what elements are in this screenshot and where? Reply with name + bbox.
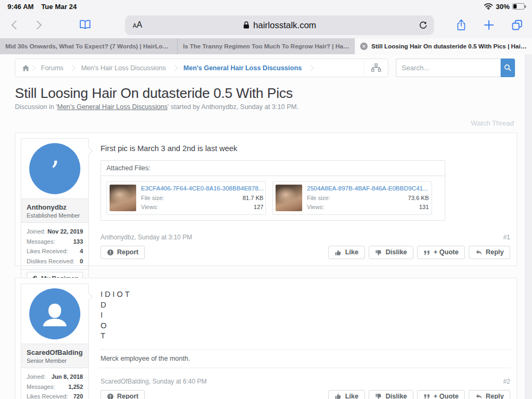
report-button[interactable]: Report bbox=[101, 390, 145, 399]
post-1-user-title: Established Member bbox=[27, 212, 83, 219]
address-bar[interactable]: AA hairlosstalk.com bbox=[125, 15, 434, 35]
reply-button[interactable]: Reply bbox=[469, 246, 510, 259]
quote-button[interactable]: + Quote bbox=[417, 246, 465, 259]
reply-arrow-icon bbox=[475, 393, 483, 399]
post-1-user-panel: ’ Anthonydbz Established Member Joined:N… bbox=[21, 138, 89, 292]
post-1-message: First pic is March 3 and 2nd is last wee… bbox=[101, 144, 510, 153]
battery-percent: 30% bbox=[496, 3, 510, 11]
avatar-apostrophe-glyph: ’ bbox=[50, 167, 59, 178]
reload-icon[interactable] bbox=[419, 21, 428, 30]
attachment-2-filename[interactable]: 2504A8EA-897B-4BAF-846A-E0BBD9C41... bbox=[307, 185, 429, 192]
joined-value: Nov 22, 2019 bbox=[47, 227, 83, 237]
post-2-username[interactable]: ScaredOfBalding bbox=[27, 348, 83, 356]
default-user-icon bbox=[38, 297, 71, 330]
breadcrumb-mens-hair-loss[interactable]: Men's Hair Loss Discussions bbox=[74, 64, 172, 72]
report-icon bbox=[107, 393, 114, 399]
attachment-1-thumbnail[interactable] bbox=[110, 185, 136, 211]
like-button[interactable]: Like bbox=[328, 390, 365, 399]
new-tab-icon[interactable] bbox=[483, 19, 495, 31]
post-1-number[interactable]: #1 bbox=[503, 234, 510, 241]
quote-icon bbox=[423, 250, 430, 256]
likes-value: 4 bbox=[80, 246, 83, 256]
post-2-user-panel: ScaredOfBalding Senior Member Joined:Jun… bbox=[21, 284, 89, 399]
quote-icon bbox=[423, 393, 430, 399]
thumbs-up-icon bbox=[335, 393, 342, 399]
attached-files-label: Attached Files: bbox=[101, 161, 445, 176]
post-2-number[interactable]: #2 bbox=[503, 378, 510, 385]
close-tab-icon[interactable] bbox=[360, 43, 368, 50]
post-2: ScaredOfBalding Senior Member Joined:Jun… bbox=[15, 278, 517, 399]
search-input[interactable] bbox=[396, 59, 501, 77]
thumbs-down-icon bbox=[375, 393, 383, 399]
quote-button[interactable]: + Quote bbox=[417, 390, 465, 399]
tab-mid-30s-onwards[interactable]: Mid 30s Onwards, What To Expect? (7 Word… bbox=[0, 38, 177, 54]
status-date: Tue Mar 24 bbox=[41, 3, 77, 11]
bookmarks-icon[interactable] bbox=[78, 19, 92, 31]
tab-tranny-regimen[interactable]: Is The Tranny Regimen Too Much To Regrow… bbox=[177, 38, 355, 54]
back-button[interactable] bbox=[11, 21, 20, 30]
reply-button[interactable]: Reply bbox=[469, 390, 510, 399]
report-button[interactable]: Report bbox=[101, 246, 145, 259]
post-1-byline[interactable]: Anthonydbz, Sunday at 3:10 PM bbox=[101, 234, 192, 241]
post-2-byline[interactable]: ScaredOfBalding, Sunday at 6:40 PM bbox=[101, 378, 206, 385]
page-gutter bbox=[525, 54, 532, 399]
post-2-user-title: Senior Member bbox=[27, 358, 83, 364]
thumbs-down-icon bbox=[375, 249, 383, 256]
page-title: Still Loosing Hair On dutasteride 0.5 Wi… bbox=[15, 85, 516, 102]
breadcrumb: Forums Men's Hair Loss Discussions Men's… bbox=[15, 59, 388, 77]
avatar[interactable]: ’ bbox=[21, 138, 89, 199]
subtitle-forum-link[interactable]: Men's General Hair Loss Discussions bbox=[57, 103, 168, 111]
attachment-1-filename[interactable]: E3CFA406-7F64-4CE0-8A16-308BB4E878... bbox=[141, 185, 263, 192]
url-text: hairlosstalk.com bbox=[253, 20, 316, 30]
post-2-signature: Merck employee of the month. bbox=[101, 349, 510, 368]
watch-thread-link[interactable]: Watch Thread bbox=[471, 119, 514, 127]
attachment-2-size: 73.6 KB bbox=[408, 194, 429, 203]
likes-value: 720 bbox=[73, 392, 83, 399]
dislike-button[interactable]: Dislike bbox=[369, 246, 413, 259]
dislike-button[interactable]: Dislike bbox=[369, 390, 413, 399]
wifi-icon bbox=[484, 3, 493, 10]
messages-value: 1,252 bbox=[68, 382, 83, 392]
page-content: Forums Men's Hair Loss Discussions Men's… bbox=[0, 54, 532, 399]
messages-value: 133 bbox=[73, 237, 83, 247]
share-icon[interactable] bbox=[455, 18, 467, 32]
forward-button[interactable] bbox=[32, 21, 41, 30]
forum-tree-icon[interactable] bbox=[364, 59, 381, 77]
dislikes-value: 0 bbox=[80, 256, 83, 267]
safari-toolbar: AA hairlosstalk.com bbox=[0, 12, 532, 38]
battery-icon bbox=[512, 3, 525, 10]
status-bar: 9:46 AM Tue Mar 24 30% bbox=[0, 0, 532, 12]
tabs-overview-icon[interactable] bbox=[511, 19, 523, 31]
thread-subtitle: Discussion in 'Men's General Hair Loss D… bbox=[15, 103, 516, 111]
post-2-message: I D I O T D I O T bbox=[101, 289, 510, 342]
breadcrumb-mens-general[interactable]: Men's General Hair Loss Discussions bbox=[177, 64, 309, 72]
search-button[interactable] bbox=[501, 59, 515, 77]
status-time: 9:46 AM bbox=[7, 3, 34, 11]
attached-files-box: Attached Files: E3CFA406-7F64-4CE0-8A16-… bbox=[101, 160, 445, 221]
attachment-1-size: 81.7 KB bbox=[243, 194, 263, 203]
report-icon bbox=[107, 249, 114, 256]
post-1: ’ Anthonydbz Established Member Joined:N… bbox=[15, 132, 517, 266]
tab-still-loosing-hair-active[interactable]: Still Loosing Hair On dutasteride 0.5 Wi… bbox=[355, 38, 532, 54]
avatar[interactable] bbox=[21, 284, 89, 344]
lock-icon bbox=[243, 21, 250, 29]
joined-value: Jun 8, 2018 bbox=[52, 372, 83, 382]
reader-mode-button[interactable]: AA bbox=[132, 20, 142, 30]
like-button[interactable]: Like bbox=[328, 246, 365, 259]
thumbs-up-icon bbox=[335, 249, 342, 256]
attachment-2-views: 131 bbox=[419, 203, 429, 212]
attachment-1-views: 127 bbox=[254, 203, 263, 212]
attachment-2-thumbnail[interactable] bbox=[276, 185, 302, 211]
attachment-2[interactable]: 2504A8EA-897B-4BAF-846A-E0BBD9C41... Fil… bbox=[272, 181, 432, 215]
attachment-1[interactable]: E3CFA406-7F64-4CE0-8A16-308BB4E878... Fi… bbox=[106, 181, 266, 215]
post-1-username[interactable]: Anthonydbz bbox=[27, 203, 83, 211]
tab-strip: Mid 30s Onwards, What To Expect? (7 Word… bbox=[0, 38, 532, 54]
breadcrumb-forums[interactable]: Forums bbox=[35, 64, 70, 72]
reply-arrow-icon bbox=[475, 249, 483, 256]
